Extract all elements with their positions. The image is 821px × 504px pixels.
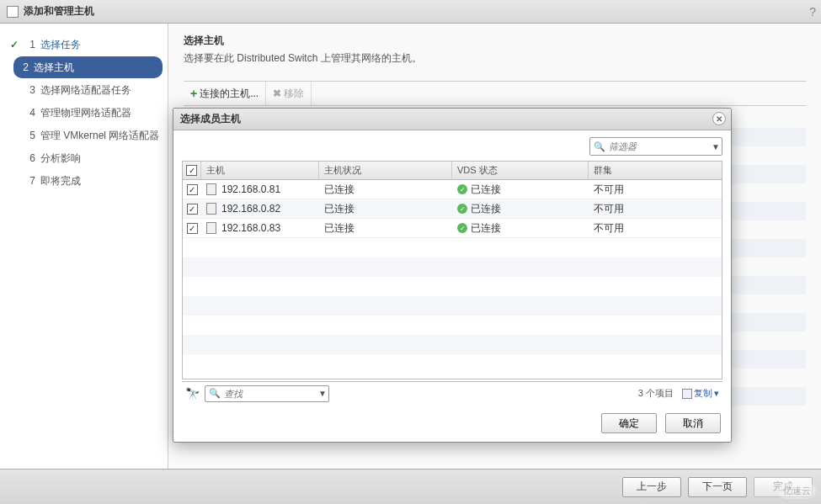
page-desc: 选择要在此 Distributed Switch 上管理其网络的主机。 — [184, 51, 806, 66]
host-name: 192.168.0.83 — [221, 222, 280, 234]
grid-footer: 🔭 🔍 ▼ 3 个项目 复制 ▾ — [182, 381, 722, 405]
step-label: 即将完成 — [40, 174, 81, 188]
cluster-value: 不可用 — [594, 183, 624, 197]
window-title: 添加和管理主机 — [24, 4, 94, 19]
step-label: 管理物理网络适配器 — [40, 106, 131, 120]
ok-button[interactable]: 确定 — [601, 413, 657, 433]
row-checkbox[interactable]: ✓ — [187, 204, 198, 215]
chevron-down-icon[interactable]: ▼ — [712, 142, 720, 151]
wizard-step-3[interactable]: 3 选择网络适配器任务 — [0, 79, 168, 101]
col-cluster[interactable]: 群集 — [589, 162, 722, 179]
copy-icon — [682, 389, 692, 399]
table-row[interactable]: ✓ 192.168.0.82 已连接 ✓已连接 不可用 — [183, 199, 722, 219]
back-button[interactable]: 上一步 — [622, 477, 681, 497]
watermark: 亿速云 — [778, 483, 816, 499]
grid-header: ✓ 主机 主机状况 VDS 状态 群集 — [183, 162, 722, 180]
grid-body: ✓ 192.168.0.81 已连接 ✓已连接 不可用 ✓ 192.168.0.… — [183, 180, 722, 379]
wizard-step-6[interactable]: 6 分析影响 — [0, 147, 168, 169]
host-status: 已连接 — [324, 183, 355, 197]
vds-status: 已连接 — [471, 221, 501, 236]
select-all-checkbox-cell[interactable]: ✓ — [183, 162, 201, 179]
help-icon[interactable]: ? — [809, 5, 816, 19]
host-icon — [206, 203, 216, 215]
host-icon — [206, 183, 216, 195]
status-ok-icon: ✓ — [457, 184, 467, 194]
row-checkbox[interactable]: ✓ — [187, 184, 198, 195]
attach-label: 连接的主机... — [200, 87, 259, 101]
remove-button[interactable]: ✖ 移除 — [266, 82, 312, 105]
table-row[interactable]: ✓ 192.168.0.83 已连接 ✓已连接 不可用 — [183, 219, 722, 238]
step-label: 管理 VMkernel 网络适配器 — [40, 129, 159, 143]
page-title: 选择主机 — [184, 34, 806, 48]
cluster-value: 不可用 — [594, 202, 624, 216]
select-all-checkbox[interactable]: ✓ — [186, 165, 197, 176]
table-row[interactable]: ✓ 192.168.0.81 已连接 ✓已连接 不可用 — [183, 180, 722, 199]
plus-icon: + — [190, 87, 197, 100]
status-ok-icon: ✓ — [457, 223, 467, 233]
close-icon[interactable]: ✕ — [712, 112, 726, 125]
col-vds-status[interactable]: VDS 状态 — [452, 162, 589, 179]
wizard-step-5[interactable]: 5 管理 VMkernel 网络适配器 — [0, 125, 168, 146]
step-number: 7 — [24, 175, 35, 187]
chevron-down-icon[interactable]: ▼ — [318, 389, 327, 398]
step-number: 4 — [24, 107, 35, 119]
filter-input-box[interactable]: 🔍 ▼ — [589, 137, 722, 156]
vds-status: 已连接 — [471, 202, 501, 216]
cluster-value: 不可用 — [594, 221, 624, 236]
host-status: 已连接 — [324, 202, 355, 216]
step-number: 5 — [24, 130, 35, 141]
step-number: 3 — [24, 84, 35, 96]
find-input-box[interactable]: 🔍 ▼ — [205, 385, 329, 402]
attach-hosts-button[interactable]: + 连接的主机... — [184, 82, 266, 105]
step-number: 1 — [24, 39, 35, 50]
next-button[interactable]: 下一页 — [688, 477, 747, 497]
vds-status: 已连接 — [471, 183, 501, 197]
hosts-grid: ✓ 主机 主机状况 VDS 状态 群集 ✓ 192.168.0.81 已连接 ✓… — [182, 161, 722, 379]
status-ok-icon: ✓ — [457, 204, 467, 214]
filter-input[interactable] — [609, 141, 726, 151]
filter-row: 🔍 ▼ — [173, 130, 731, 161]
wizard-footer: 上一步 下一页 完成 — [0, 469, 821, 504]
step-number: 2 — [17, 61, 29, 73]
step-number: 6 — [24, 152, 35, 164]
cancel-button[interactable]: 取消 — [665, 413, 721, 433]
copy-button[interactable]: 复制 ▾ — [682, 387, 719, 400]
row-checkbox[interactable]: ✓ — [187, 223, 198, 234]
wizard-sidebar: ✓ 1 选择任务 2 选择主机 3 选择网络适配器任务 4 管理物理网络适配器 … — [0, 24, 168, 469]
remove-label: 移除 — [284, 87, 304, 101]
remove-icon: ✖ — [273, 88, 281, 99]
wizard-step-1[interactable]: ✓ 1 选择任务 — [0, 34, 168, 56]
select-member-hosts-dialog: 选择成员主机 ✕ 🔍 ▼ ✓ 主机 主机状况 VDS 状态 群集 ✓ 192.1… — [173, 108, 732, 443]
search-icon: 🔍 — [209, 388, 221, 399]
wizard-step-2[interactable]: 2 选择主机 — [13, 56, 163, 78]
step-label: 选择网络适配器任务 — [40, 83, 131, 98]
host-name: 192.168.0.81 — [221, 183, 280, 195]
check-icon: ✓ — [8, 39, 20, 50]
search-icon: 🔍 — [594, 141, 605, 152]
dialog-title-bar: 选择成员主机 ✕ — [173, 109, 731, 130]
wizard-step-7[interactable]: 7 即将完成 — [0, 170, 168, 192]
binoculars-icon[interactable]: 🔭 — [185, 387, 200, 401]
content-toolbar: + 连接的主机... ✖ 移除 — [184, 81, 806, 106]
dialog-buttons: 确定 取消 — [173, 405, 731, 442]
host-icon — [206, 222, 216, 234]
copy-label: 复制 — [694, 387, 712, 400]
dialog-title: 选择成员主机 — [180, 112, 241, 126]
step-label: 分析影响 — [40, 151, 81, 166]
chevron-down-icon: ▾ — [714, 388, 719, 399]
host-status: 已连接 — [324, 221, 355, 236]
item-count: 3 个项目 — [638, 387, 674, 400]
col-host-status[interactable]: 主机状况 — [319, 162, 452, 179]
host-name: 192.168.0.82 — [221, 203, 280, 215]
step-label: 选择任务 — [40, 38, 81, 52]
step-label: 选择主机 — [34, 61, 74, 75]
window-title-bar: 添加和管理主机 ? — [0, 0, 821, 24]
window-icon — [7, 6, 19, 18]
wizard-step-4[interactable]: 4 管理物理网络适配器 — [0, 102, 168, 124]
col-host[interactable]: 主机 — [201, 162, 319, 179]
